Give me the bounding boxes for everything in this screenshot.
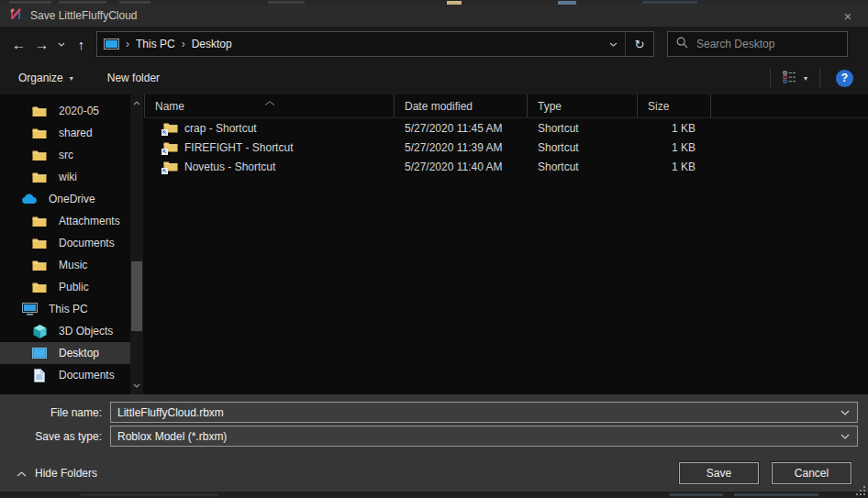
sidebar-item-shared[interactable]: shared [0, 122, 130, 144]
column-header-name[interactable]: Name [144, 94, 395, 117]
folder-tree-sidebar: 2020-05 shared src wiki OneDrive [0, 94, 144, 394]
file-name-dropdown-chevron[interactable] [833, 410, 857, 415]
address-bar[interactable]: › This PC › Desktop ↻ [96, 31, 654, 57]
column-header-row: Name Date modified Type Size [144, 94, 868, 118]
sidebar-scrollbar[interactable] [130, 94, 143, 394]
view-caret-icon: ▾ [804, 74, 807, 83]
save-as-type-dropdown-chevron[interactable] [833, 434, 857, 439]
new-folder-button[interactable]: New folder [107, 72, 160, 84]
file-type: Shortcut [528, 160, 638, 173]
toolbar-divider [770, 68, 771, 88]
desktop-icon [30, 348, 49, 359]
command-toolbar: Organize ▾ New folder ▾ ? [0, 61, 868, 94]
file-type: Shortcut [528, 122, 638, 135]
app-icon [8, 6, 23, 25]
sidebar-item-src[interactable]: src [0, 144, 130, 166]
shortcut-file-icon [163, 141, 178, 153]
sidebar-item-desktop[interactable]: Desktop [0, 342, 130, 364]
forward-button[interactable]: → [30, 32, 53, 56]
sort-ascending-icon [264, 95, 275, 108]
sidebar-label: Attachments [59, 215, 120, 227]
sidebar-item-this-pc[interactable]: This PC [0, 298, 130, 320]
details-view-icon [783, 71, 796, 86]
breadcrumb-desktop[interactable]: Desktop [192, 38, 232, 50]
dialog-footer: Hide Folders Save Cancel [0, 455, 868, 492]
sidebar-item-2020-05[interactable]: 2020-05 [0, 100, 130, 122]
new-folder-label: New folder [107, 72, 160, 84]
folder-icon [30, 127, 49, 139]
sidebar-label: wiki [59, 171, 77, 183]
sidebar-scrollbar-thumb[interactable] [131, 261, 142, 331]
shortcut-file-icon [163, 122, 178, 134]
sidebar-label: shared [59, 127, 93, 139]
chevron-up-icon [17, 467, 27, 480]
refresh-icon[interactable]: ↻ [626, 32, 653, 56]
sidebar-item-public[interactable]: Public [0, 276, 130, 298]
scroll-down-icon[interactable] [130, 379, 143, 393]
search-input[interactable] [696, 38, 839, 50]
file-type: Shortcut [528, 141, 638, 154]
column-label: Type [538, 100, 562, 113]
address-dropdown-chevron[interactable] [601, 32, 625, 56]
file-row-firefight-shortcut[interactable]: FIREFIGHT - Shortcut 5/27/2020 11:39 AM … [144, 138, 868, 157]
sidebar-item-documents-thispc[interactable]: Documents [0, 364, 130, 386]
column-header-size[interactable]: Size [638, 94, 711, 117]
sidebar-item-wiki[interactable]: wiki [0, 166, 130, 188]
save-as-type-select[interactable]: Roblox Model (*.rbxm) [110, 426, 858, 447]
sidebar-label: Public [59, 281, 89, 293]
folder-icon [30, 260, 49, 271]
file-name-combo[interactable] [110, 402, 858, 423]
sidebar-item-attachments[interactable]: Attachments [0, 210, 130, 232]
sidebar-label: 2020-05 [59, 105, 99, 117]
sidebar-item-3d-objects[interactable]: 3D Objects [0, 320, 130, 342]
save-as-type-value: Roblox Model (*.rbxm) [111, 430, 833, 443]
back-button[interactable]: ← [7, 32, 30, 56]
sidebar-label: Documents [59, 369, 115, 382]
title-bar: Save LittleFluffyCloud × [0, 5, 868, 27]
file-size: 1 KB [638, 122, 711, 135]
background-window-sliver-bottom [0, 492, 868, 498]
column-header-date-modified[interactable]: Date modified [395, 94, 528, 117]
breadcrumb-this-pc[interactable]: This PC [136, 38, 175, 50]
file-date: 5/27/2020 11:45 AM [395, 122, 528, 135]
file-row-crap-shortcut[interactable]: crap - Shortcut 5/27/2020 11:45 AM Short… [144, 118, 868, 138]
hide-folders-button[interactable]: Hide Folders [17, 467, 97, 480]
save-as-type-label: Save as type: [0, 430, 110, 443]
scroll-up-icon[interactable] [130, 96, 143, 110]
search-box[interactable] [667, 31, 848, 57]
sidebar-label: Desktop [59, 347, 99, 360]
breadcrumb-separator: › [175, 38, 192, 50]
organize-button[interactable]: Organize ▾ [18, 72, 73, 84]
this-pc-icon [104, 39, 119, 50]
file-row-novetus-shortcut[interactable]: Novetus - Shortcut 5/27/2020 11:40 AM Sh… [144, 157, 868, 176]
folder-icon [30, 238, 49, 249]
help-button[interactable]: ? [836, 70, 853, 87]
file-name-label: File name: [0, 406, 110, 419]
folder-icon [30, 282, 49, 293]
main-area: 2020-05 shared src wiki OneDrive [0, 94, 868, 394]
change-view-button[interactable]: ▾ [779, 71, 811, 86]
column-header-empty [711, 94, 868, 117]
folder-icon [30, 105, 49, 117]
toolbar-divider [819, 68, 820, 88]
save-button[interactable]: Save [679, 462, 759, 484]
hide-folders-label: Hide Folders [35, 467, 97, 480]
file-list-panel: Name Date modified Type Size [144, 94, 868, 394]
save-dialog-window: Save LittleFluffyCloud × ← → ↑ › This PC… [0, 0, 868, 498]
sidebar-label: Music [59, 259, 87, 271]
sidebar-item-documents-onedrive[interactable]: Documents [0, 232, 130, 254]
search-icon [676, 36, 688, 52]
file-name-input[interactable] [111, 406, 833, 419]
sidebar-item-onedrive[interactable]: OneDrive [0, 188, 130, 210]
up-button[interactable]: ↑ [70, 32, 93, 56]
cancel-button[interactable]: Cancel [772, 462, 851, 484]
sidebar-label: This PC [49, 303, 88, 315]
resize-grip[interactable] [855, 486, 865, 496]
3d-cube-icon [30, 325, 49, 338]
column-header-type[interactable]: Type [528, 94, 638, 117]
close-button[interactable]: × [828, 5, 868, 27]
recent-locations-chevron[interactable] [53, 32, 70, 56]
shortcut-file-icon [163, 160, 178, 172]
document-icon [30, 369, 49, 382]
sidebar-item-music[interactable]: Music [0, 254, 130, 276]
